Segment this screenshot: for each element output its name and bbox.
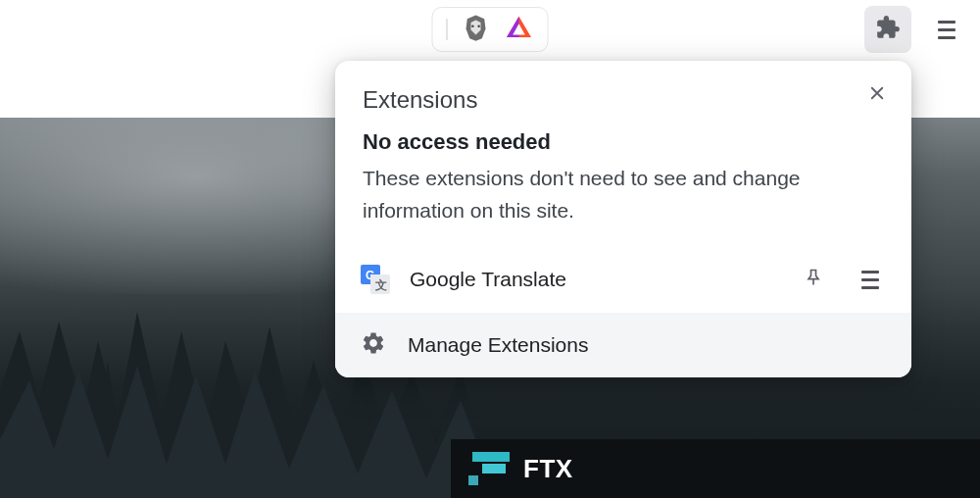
popup-title: Extensions — [363, 86, 477, 114]
browser-toolbar — [0, 0, 980, 59]
toolbar-center-group — [432, 7, 549, 52]
extension-item[interactable]: G 文 Google Translate — [335, 246, 911, 313]
pin-icon — [804, 267, 823, 292]
extensions-popup: Extensions No access needed These extens… — [335, 61, 911, 377]
extension-name: Google Translate — [410, 268, 776, 291]
no-access-section: No access needed These extensions don't … — [335, 114, 911, 246]
extensions-button[interactable] — [864, 6, 911, 53]
close-button[interactable] — [860, 78, 894, 110]
ftx-label: FTX — [523, 454, 573, 484]
svg-point-0 — [471, 25, 474, 28]
hamburger-icon — [938, 21, 956, 39]
google-translate-icon: G 文 — [359, 263, 392, 296]
manage-extensions-button[interactable]: Manage Extensions — [335, 313, 911, 377]
extensions-list: G 文 Google Translate — [335, 246, 911, 313]
puzzle-icon — [875, 15, 901, 44]
toolbar-right-group — [864, 6, 968, 53]
ftx-logo-icon — [468, 452, 510, 485]
hamburger-icon — [861, 271, 879, 289]
close-icon — [868, 80, 886, 107]
section-description: These extensions don't need to see and c… — [363, 163, 884, 226]
section-heading: No access needed — [363, 129, 884, 155]
svg-point-1 — [477, 25, 480, 28]
pin-button[interactable] — [794, 260, 833, 299]
manage-extensions-label: Manage Extensions — [408, 333, 588, 357]
gear-icon — [361, 330, 386, 360]
popup-header: Extensions — [335, 61, 911, 114]
divider — [447, 19, 448, 40]
brave-lion-icon[interactable] — [462, 13, 491, 46]
ftx-banner[interactable]: FTX — [451, 439, 980, 498]
svg-text:文: 文 — [374, 278, 387, 292]
extension-more-button[interactable] — [851, 260, 890, 299]
bat-triangle-icon[interactable] — [505, 13, 534, 46]
main-menu-button[interactable] — [925, 8, 968, 51]
